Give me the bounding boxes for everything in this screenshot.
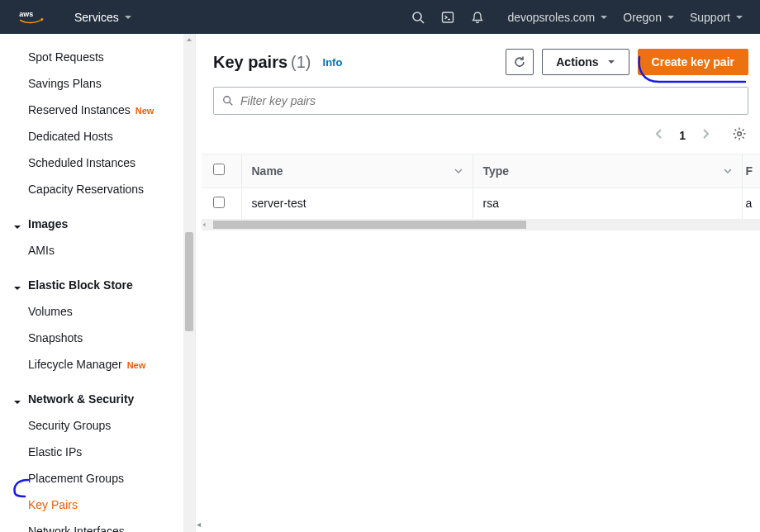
caret-down-icon: [13, 282, 21, 295]
sidebar-item-label: Security Groups: [28, 419, 111, 432]
sidebar-item[interactable]: Snapshots: [0, 325, 195, 351]
cell-overflow: a: [742, 188, 760, 219]
sidebar-item-label: Reserved Instances: [28, 103, 131, 116]
svg-text:aws: aws: [19, 9, 33, 17]
svg-point-1: [413, 12, 421, 21]
svg-line-12: [735, 130, 737, 131]
region-menu[interactable]: Oregon: [623, 11, 675, 24]
sidebar-item[interactable]: Elastic IPs: [0, 439, 195, 465]
cell-type: rsa: [473, 188, 742, 219]
sidebar-item[interactable]: Network Interfaces: [0, 518, 195, 532]
sidebar-item-label: Key Pairs: [28, 498, 78, 511]
actions-button[interactable]: Actions: [542, 49, 629, 75]
filter-input[interactable]: [240, 94, 739, 107]
col-overflow-label: F: [746, 164, 753, 178]
main-content: Key pairs (1) Info Actions Create key pa…: [202, 34, 760, 532]
sidebar-item[interactable]: Capacity Reservations: [0, 176, 195, 202]
aws-logo[interactable]: aws: [17, 9, 50, 26]
refresh-button[interactable]: [506, 49, 534, 75]
column-header-name[interactable]: Name: [241, 154, 473, 188]
scroll-up-icon[interactable]: [183, 34, 195, 45]
search-icon[interactable]: [411, 11, 425, 24]
actions-label: Actions: [556, 55, 598, 69]
sidebar-item[interactable]: Savings Plans: [0, 70, 195, 97]
pager-prev[interactable]: [646, 123, 672, 147]
sidebar-item[interactable]: Reserved InstancesNew: [0, 97, 195, 123]
account-menu[interactable]: devopsroles.com: [507, 11, 608, 24]
horizontal-scrollbar[interactable]: [202, 219, 760, 230]
col-type-label: Type: [483, 164, 510, 178]
cloudshell-icon[interactable]: [441, 11, 454, 24]
gear-icon: [732, 126, 747, 141]
sidebar-item[interactable]: Dedicated Hosts: [0, 123, 195, 150]
services-label: Services: [74, 11, 119, 24]
cell-name: server-test: [241, 188, 473, 219]
sidebar-item-label: Network Interfaces: [28, 525, 125, 532]
pager-next[interactable]: [692, 123, 719, 147]
svg-point-5: [224, 97, 230, 103]
key-pairs-table: Name Type F server-testrsaa: [202, 154, 760, 219]
column-header-overflow[interactable]: F: [742, 154, 760, 188]
sidebar-item-label: Spot Requests: [28, 50, 104, 64]
page-count: (1): [291, 53, 311, 72]
notifications-icon[interactable]: [471, 11, 484, 24]
sidebar-group-label: Images: [28, 217, 68, 230]
create-key-pair-button[interactable]: Create key pair: [638, 49, 748, 75]
sidebar-item[interactable]: Scheduled Instances: [0, 150, 195, 176]
sidebar-group-label: Network & Security: [28, 392, 134, 406]
caret-down-icon: [13, 221, 21, 234]
support-label: Support: [690, 11, 730, 24]
account-label: devopsroles.com: [507, 11, 595, 24]
row-checkbox[interactable]: [213, 197, 225, 208]
sidebar-group[interactable]: Images: [0, 211, 195, 237]
services-menu[interactable]: Services: [74, 11, 132, 24]
scroll-thumb[interactable]: [213, 221, 526, 229]
settings-button[interactable]: [730, 123, 748, 147]
info-link[interactable]: Info: [323, 56, 343, 69]
sidebar-item[interactable]: Lifecycle ManagerNew: [0, 351, 195, 378]
sidebar-item[interactable]: Placement Groups: [0, 465, 195, 492]
sidebar-group[interactable]: Elastic Block Store: [0, 272, 195, 298]
svg-line-15: [743, 130, 744, 131]
svg-point-7: [738, 132, 742, 136]
sidebar-item[interactable]: Spot Requests: [0, 44, 195, 70]
svg-line-13: [743, 137, 744, 139]
sidebar-item-label: Scheduled Instances: [28, 156, 135, 169]
region-label: Oregon: [623, 11, 662, 24]
col-name-label: Name: [252, 164, 283, 178]
caret-down-icon: [13, 396, 21, 409]
resize-handle[interactable]: ◂: [195, 34, 202, 532]
sidebar-item-label: Snapshots: [28, 331, 83, 344]
caret-down-icon: [600, 13, 608, 21]
row-select-cell[interactable]: [202, 188, 241, 219]
caret-down-icon: [607, 55, 615, 69]
sidebar-item[interactable]: Volumes: [0, 298, 195, 325]
column-header-type[interactable]: Type: [473, 154, 742, 188]
sidebar-item-label: Placement Groups: [28, 472, 124, 485]
sidebar-item-label: Dedicated Hosts: [28, 130, 113, 143]
sidebar-item[interactable]: AMIs: [0, 237, 195, 264]
svg-line-6: [230, 102, 233, 106]
pager-current: 1: [672, 129, 692, 142]
caret-down-icon: [124, 13, 132, 21]
refresh-icon: [513, 55, 526, 69]
new-badge: New: [135, 106, 154, 116]
sidebar-scrollbar[interactable]: [183, 34, 195, 532]
create-label: Create key pair: [652, 55, 734, 69]
chevron-left-icon: ◂: [196, 520, 202, 532]
top-navbar: aws Services devopsroles.com Oregon Supp…: [0, 0, 760, 34]
scroll-thumb[interactable]: [185, 232, 193, 331]
sidebar-group[interactable]: Network & Security: [0, 386, 195, 412]
select-all-checkbox[interactable]: [213, 164, 225, 175]
scroll-left-icon[interactable]: [202, 219, 207, 230]
sidebar-item[interactable]: Security Groups: [0, 412, 195, 439]
sort-icon: [724, 164, 732, 178]
sidebar: Spot RequestsSavings PlansReserved Insta…: [0, 34, 195, 532]
support-menu[interactable]: Support: [690, 11, 743, 24]
select-all-header[interactable]: [202, 154, 241, 188]
sidebar-item[interactable]: Key Pairs: [0, 492, 195, 518]
search-icon: [222, 95, 234, 107]
sort-icon: [454, 164, 463, 178]
table-row[interactable]: server-testrsaa: [202, 188, 760, 219]
filter-input-wrap[interactable]: [213, 87, 748, 115]
